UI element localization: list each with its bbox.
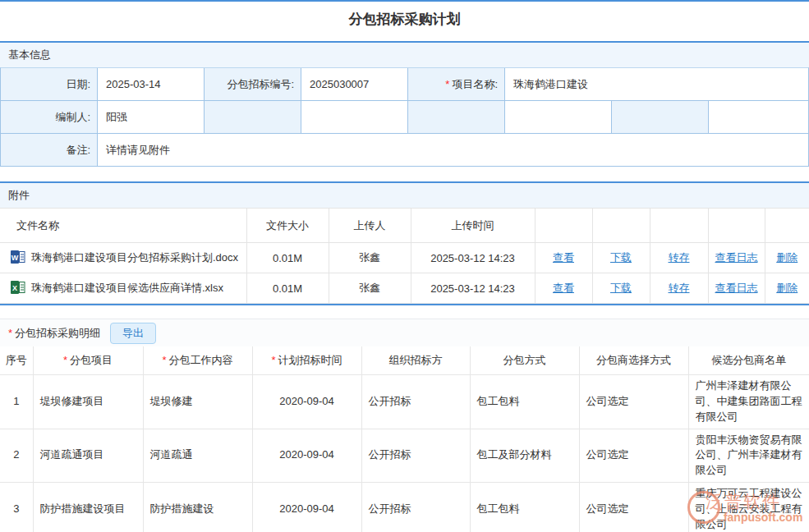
field-value: 2025-03-14 xyxy=(98,68,205,100)
field-label xyxy=(205,101,301,133)
field-value: 珠海鹤港口建设 xyxy=(505,68,808,100)
detail-row: 3防护措施建设项目防护措施建设2020-09-04公开招标包工包料公司选定重庆万… xyxy=(0,483,809,532)
field-label: 备注: xyxy=(1,134,98,166)
save-as-link[interactable]: 转存 xyxy=(669,251,690,264)
file-name-cell: W珠海鹤港口建设项目分包招标采购计划.docx xyxy=(0,243,246,273)
col-bid-organizer: 公开招标 xyxy=(361,429,470,483)
col-plan-bid-time: 2020-09-04 xyxy=(252,429,361,483)
col-candidate-list: 重庆万可云工程建设公司、上临云安装工程有限公司 xyxy=(688,483,809,532)
field-label: 编制人: xyxy=(1,101,98,133)
column-header: 文件大小 xyxy=(246,209,329,243)
col-selection-mode: 公司选定 xyxy=(579,375,688,429)
action-cell: 下载 xyxy=(592,243,650,273)
column-header: 上传时间 xyxy=(411,209,535,243)
col-subcontract-item: 防护措施建设项目 xyxy=(33,483,143,532)
basic-info-section-title: 基本信息 xyxy=(8,48,51,62)
download-link[interactable]: 下载 xyxy=(610,282,632,294)
col-subcontract-mode: 包工及部分材料 xyxy=(470,429,579,483)
required-asterisk: * xyxy=(63,354,67,366)
required-asterisk: * xyxy=(445,78,449,90)
column-header: 候选分包商名单 xyxy=(688,346,809,375)
field-label xyxy=(612,101,709,133)
detail-section-header: * 分包招标采购明细 导出 xyxy=(0,319,809,346)
column-header-empty xyxy=(708,209,765,243)
col-subcontract-item: 堤坝修建项目 xyxy=(33,375,143,429)
file-upload-time: 2025-03-12 14:23 xyxy=(411,243,535,273)
basic-info-section: 基本信息 日期:2025-03-14分包招标编号:2025030007*项目名称… xyxy=(0,41,809,167)
column-header: 文件名称 xyxy=(0,209,246,243)
file-upload-time: 2025-03-12 14:23 xyxy=(411,273,535,304)
file-name: 珠海鹤港口建设项目分包招标采购计划.docx xyxy=(31,250,238,265)
column-header: *分包项目 xyxy=(33,346,143,375)
col-index: 2 xyxy=(0,429,33,483)
attachments-header-row: 文件名称文件大小上传人上传时间 xyxy=(0,209,809,243)
attachments-section: 附件 文件名称文件大小上传人上传时间W珠海鹤港口建设项目分包招标采购计划.doc… xyxy=(0,181,809,305)
action-cell: 删除 xyxy=(765,273,809,304)
col-work-content: 堤坝修建 xyxy=(143,375,252,429)
view-log-link[interactable]: 查看日志 xyxy=(715,251,758,264)
field-value xyxy=(505,101,612,133)
col-index: 3 xyxy=(0,483,33,532)
column-header-empty xyxy=(765,209,809,243)
column-header-empty xyxy=(592,209,650,243)
basic-info-table: 日期:2025-03-14分包招标编号:2025030007*项目名称:珠海鹤港… xyxy=(0,67,809,167)
col-plan-bid-time: 2020-09-04 xyxy=(252,483,361,532)
save-as-link[interactable]: 转存 xyxy=(669,282,690,294)
word-file-icon: W xyxy=(11,250,25,266)
field-value: 2025030007 xyxy=(301,68,408,100)
file-size: 0.01M xyxy=(246,243,329,273)
required-asterisk: * xyxy=(162,354,166,366)
col-work-content: 防护措施建设 xyxy=(143,483,252,532)
column-header: 分包商选择方式 xyxy=(579,346,688,375)
field-label: 日期: xyxy=(1,68,98,100)
col-subcontract-mode: 包工包料 xyxy=(470,375,579,429)
download-link[interactable]: 下载 xyxy=(610,251,632,264)
attachments-section-title: 附件 xyxy=(8,188,30,203)
col-candidate-list: 贵阳丰沃物资贸易有限公司、广州丰泽建材有限公司 xyxy=(688,429,809,483)
col-selection-mode: 公司选定 xyxy=(579,483,688,532)
delete-link[interactable]: 删除 xyxy=(776,251,798,264)
svg-text:W: W xyxy=(11,254,19,262)
basic-info-row: 备注:详情请见附件 xyxy=(1,134,808,166)
field-value: 详情请见附件 xyxy=(98,134,808,166)
column-header-empty xyxy=(535,209,592,243)
action-cell: 转存 xyxy=(650,243,708,273)
required-asterisk: * xyxy=(271,354,275,366)
delete-link[interactable]: 删除 xyxy=(776,282,798,294)
required-asterisk: * xyxy=(8,327,12,339)
column-header: 分包方式 xyxy=(470,346,579,375)
file-uploader: 张鑫 xyxy=(329,243,411,273)
export-button[interactable]: 导出 xyxy=(110,323,156,344)
field-value xyxy=(709,101,808,133)
detail-section: * 分包招标采购明细 导出 序号*分包项目*分包工作内容*计划招标时间组织招标方… xyxy=(0,319,809,532)
excel-file-icon: X xyxy=(11,281,25,296)
field-label: *项目名称: xyxy=(408,68,505,100)
action-cell: 查看 xyxy=(535,273,592,304)
svg-text:X: X xyxy=(12,284,17,292)
column-header: *计划招标时间 xyxy=(252,346,361,375)
basic-info-row: 编制人:阳强 xyxy=(1,101,808,134)
file-name: 珠海鹤港口建设项目候选供应商详情.xlsx xyxy=(31,281,223,296)
column-header: *分包工作内容 xyxy=(143,346,252,375)
detail-header-row: 序号*分包项目*分包工作内容*计划招标时间组织招标方分包方式分包商选择方式候选分… xyxy=(0,346,809,375)
view-log-link[interactable]: 查看日志 xyxy=(715,282,758,294)
file-name-cell: X珠海鹤港口建设项目候选供应商详情.xlsx xyxy=(0,273,246,304)
basic-info-section-header: 基本信息 xyxy=(0,41,809,67)
column-header: 组织招标方 xyxy=(361,346,470,375)
file-uploader: 张鑫 xyxy=(329,273,411,304)
field-value: 阳强 xyxy=(98,101,205,133)
action-cell: 查看日志 xyxy=(708,273,765,304)
detail-row: 2河道疏通项目河道疏通2020-09-04公开招标包工及部分材料公司选定贵阳丰沃… xyxy=(0,429,809,483)
field-label: 分包招标编号: xyxy=(205,68,301,100)
col-subcontract-mode: 包工包料 xyxy=(470,483,579,532)
field-value xyxy=(301,101,408,133)
view-link[interactable]: 查看 xyxy=(553,251,574,264)
attachment-row: X珠海鹤港口建设项目候选供应商详情.xlsx0.01M张鑫2025-03-12 … xyxy=(0,273,809,304)
view-link[interactable]: 查看 xyxy=(553,282,574,294)
detail-row: 1堤坝修建项目堤坝修建2020-09-04公开招标包工包料公司选定广州丰泽建材有… xyxy=(0,375,809,429)
attachment-row: W珠海鹤港口建设项目分包招标采购计划.docx0.01M张鑫2025-03-12… xyxy=(0,243,809,273)
action-cell: 查看日志 xyxy=(708,243,765,273)
attachments-section-header: 附件 xyxy=(0,181,809,208)
title-bar: 分包招标采购计划 xyxy=(0,2,809,36)
col-work-content: 河道疏通 xyxy=(143,429,252,483)
